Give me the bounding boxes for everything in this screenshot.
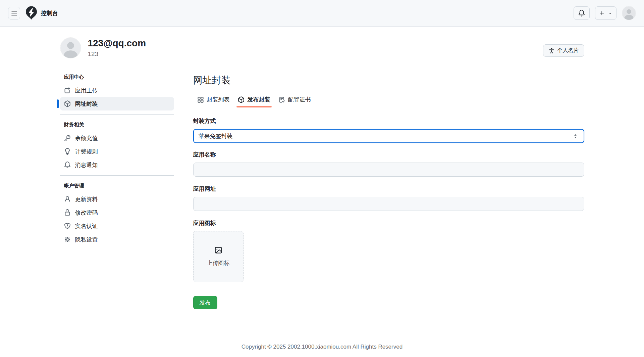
sidebar-section-title-finance: 财务相关 [60, 122, 174, 128]
packaging-method-label: 封装方式 [193, 117, 584, 125]
icon-upload-dropzone[interactable]: 上传图标 [193, 231, 244, 282]
sidebar-item-notifications[interactable]: 消息通知 [60, 158, 174, 172]
lightbulb-icon [64, 148, 71, 155]
app-name-label: 应用名称 [193, 151, 584, 159]
app-icon-label: 应用图标 [193, 219, 584, 227]
app-url-input[interactable] [193, 197, 584, 211]
three-bars-icon [11, 10, 17, 16]
sidebar-item-label: 修改密码 [75, 209, 98, 217]
sidebar-item-balance-recharge[interactable]: 余额充值 [60, 131, 174, 145]
tab-label: 配置证书 [288, 96, 311, 103]
tab-configure-certificate[interactable]: 配置证书 [274, 95, 315, 109]
zap-logo-icon[interactable] [26, 6, 37, 20]
package-icon [238, 96, 245, 103]
sidebar-item-url-packaging[interactable]: 网址封装 [60, 97, 174, 110]
user-avatar-small[interactable] [622, 6, 636, 20]
publish-package-form: 封装方式 苹果免签封装 应用名称 应用网址 应用图标 上传图标 [193, 117, 584, 309]
notifications-button[interactable] [574, 6, 590, 20]
select-stepper-icon [573, 133, 578, 139]
sidebar-item-label: 隐私设置 [75, 236, 98, 243]
bell-icon [64, 162, 71, 168]
profile-username: 123 [88, 50, 146, 58]
user-avatar-large [60, 37, 81, 58]
package-icon [64, 100, 71, 107]
packaging-method-value: 苹果免签封装 [199, 132, 233, 140]
tab-bar: 封装列表 发布封装 配置证书 [193, 95, 584, 109]
packaging-method-select[interactable]: 苹果免签封装 [193, 129, 584, 143]
page-title: 网址封装 [193, 74, 584, 87]
sidebar-item-change-password[interactable]: 修改密码 [60, 206, 174, 219]
sidebar-item-billing-rules[interactable]: 计费规则 [60, 145, 174, 158]
sidebar-section-title-account: 帐户管理 [60, 183, 174, 189]
lock-icon [64, 209, 71, 216]
image-icon [214, 246, 222, 254]
triangle-down-icon [608, 11, 612, 15]
personal-card-label: 个人名片 [557, 47, 579, 54]
publish-button[interactable]: 发布 [193, 296, 217, 309]
copyright-text: Copyright © 2025 2002.1000.xiaomiou.com … [60, 344, 584, 350]
shield-icon [64, 223, 71, 229]
upload-icon [64, 87, 71, 94]
sidebar-item-label: 计费规则 [75, 148, 98, 155]
personal-card-button[interactable]: 个人名片 [543, 44, 584, 57]
sidebar-nav: 应用中心 应用上传 网址封装 财务相关 余额充值 [60, 74, 174, 309]
person-icon [64, 196, 71, 203]
sidebar-item-label: 应用上传 [75, 87, 98, 94]
app-name-input[interactable] [193, 163, 584, 177]
certificate-icon [278, 96, 285, 103]
app-title: 控制台 [41, 9, 58, 17]
sidebar-item-label: 实名认证 [75, 222, 98, 230]
form-divider [193, 288, 584, 288]
top-header: 控制台 [0, 0, 644, 27]
sidebar-divider [60, 114, 174, 115]
sidebar-item-label: 网址封装 [75, 100, 98, 108]
profile-email: 123@qq.com [88, 38, 146, 49]
plus-icon [599, 10, 605, 16]
apps-icon [197, 96, 204, 103]
sidebar-divider [60, 175, 174, 176]
app-url-label: 应用网址 [193, 185, 584, 193]
sidebar-item-label: 消息通知 [75, 161, 98, 169]
sidebar-item-privacy-settings[interactable]: 隐私设置 [60, 233, 174, 246]
sidebar-item-real-name-verification[interactable]: 实名认证 [60, 219, 174, 233]
sidebar-item-update-profile[interactable]: 更新资料 [60, 192, 174, 206]
sidebar-item-app-upload[interactable]: 应用上传 [60, 84, 174, 97]
profile-header: 123@qq.com 123 个人名片 [60, 27, 584, 58]
tab-package-list[interactable]: 封装列表 [193, 95, 234, 109]
bell-icon [578, 10, 585, 16]
tab-publish-package[interactable]: 发布封装 [234, 95, 274, 109]
gear-icon [64, 236, 71, 243]
create-new-button[interactable] [595, 6, 616, 20]
upload-icon-text: 上传图标 [207, 259, 230, 267]
hamburger-menu-button[interactable] [8, 7, 20, 19]
person-figure-icon [548, 47, 555, 54]
key-icon [64, 135, 71, 141]
sidebar-section-title-app-center: 应用中心 [60, 74, 174, 80]
sidebar-item-label: 更新资料 [75, 195, 98, 203]
sidebar-item-label: 余额充值 [75, 134, 98, 142]
tab-label: 封装列表 [207, 96, 230, 103]
tab-label: 发布封装 [248, 96, 270, 103]
